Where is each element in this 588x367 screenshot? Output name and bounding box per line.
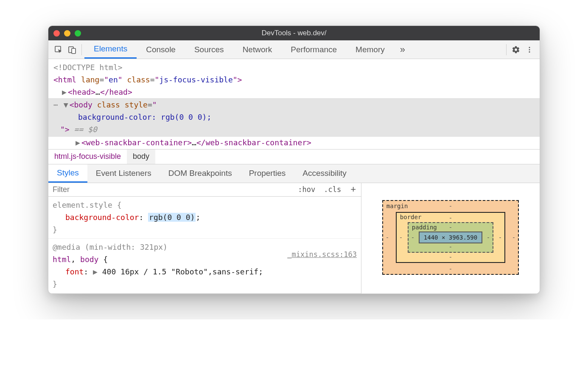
close-window-button[interactable] (53, 30, 60, 37)
subtab-properties[interactable]: Properties (241, 164, 294, 183)
main-toolbar: Elements Console Sources Network Perform… (48, 40, 540, 59)
window-title: DevTools - web.dev/ (48, 29, 540, 37)
subtab-styles[interactable]: Styles (48, 164, 87, 183)
box-model[interactable]: margin - - - - border - - - - padding - (361, 183, 540, 294)
hov-toggle[interactable]: :hov (294, 185, 319, 194)
panel-tabs: Elements Console Sources Network Perform… (84, 40, 394, 59)
rule-media[interactable]: @media (min-width: 321px) html, body { _… (48, 239, 361, 293)
dom-body-selected[interactable]: ⋯ ▼<body class style=" background-color:… (48, 98, 540, 136)
dom-doctype[interactable]: <!DOCTYPE html> (48, 62, 540, 74)
styles-rules: :hov .cls + element.style { background-c… (48, 183, 361, 294)
toolbar-divider (81, 44, 82, 55)
source-link[interactable]: _mixins.scss:163 (287, 249, 357, 260)
box-model-margin[interactable]: margin - - - - border - - - - padding - (382, 200, 519, 275)
dom-html-open[interactable]: <html lang="en" class="js-focus-visible"… (48, 74, 540, 86)
box-model-padding[interactable]: padding - - - - 1440 × 3963.590 (408, 222, 493, 253)
rule-element-style[interactable]: element.style { background-color: rgb(0 … (48, 197, 361, 239)
styles-panel: :hov .cls + element.style { background-c… (48, 183, 540, 294)
devtools-window: DevTools - web.dev/ Elements Console Sou… (48, 25, 540, 294)
styles-filter-input[interactable] (48, 185, 294, 194)
titlebar: DevTools - web.dev/ (48, 26, 540, 40)
inspect-icon[interactable] (52, 43, 65, 56)
tab-console[interactable]: Console (137, 40, 185, 59)
tabs-overflow-button[interactable]: » (394, 44, 411, 55)
sidebar-tabs: Styles Event Listeners DOM Breakpoints P… (48, 164, 540, 183)
new-rule-button[interactable]: + (345, 184, 361, 195)
gear-icon[interactable] (509, 43, 523, 56)
box-model-content[interactable]: 1440 × 3963.590 (419, 231, 482, 243)
toolbar-divider (506, 44, 507, 55)
filter-row: :hov .cls + (48, 183, 361, 197)
tab-performance[interactable]: Performance (281, 40, 346, 59)
svg-point-5 (529, 51, 530, 52)
style-prop: background-color: rgb(0 0 0); (78, 113, 211, 121)
crumb-body[interactable]: body (127, 150, 155, 164)
kebab-menu-icon[interactable] (523, 43, 536, 56)
tab-network[interactable]: Network (233, 40, 282, 59)
color-value[interactable]: rgb(0 0 0) (148, 213, 196, 222)
breadcrumb: html.js-focus-visible body (48, 149, 540, 164)
dom-head[interactable]: ▶<head>…</head> (48, 86, 540, 99)
svg-point-3 (529, 47, 530, 48)
traffic-lights (53, 30, 81, 37)
dom-tree[interactable]: <!DOCTYPE html> <html lang="en" class="j… (48, 59, 540, 149)
crumb-html[interactable]: html.js-focus-visible (48, 150, 127, 164)
subtab-accessibility[interactable]: Accessibility (294, 164, 355, 183)
maximize-window-button[interactable] (75, 30, 81, 37)
subtab-event-listeners[interactable]: Event Listeners (87, 164, 160, 183)
minimize-window-button[interactable] (64, 30, 70, 37)
box-model-border[interactable]: border - - - - padding - - - - 1440 × 39… (396, 212, 505, 263)
tab-memory[interactable]: Memory (346, 40, 394, 59)
subtab-dom-breakpoints[interactable]: DOM Breakpoints (160, 164, 241, 183)
tab-elements[interactable]: Elements (84, 40, 137, 59)
svg-point-4 (529, 49, 530, 50)
tab-sources[interactable]: Sources (185, 40, 233, 59)
device-toggle-icon[interactable] (65, 43, 79, 56)
svg-rect-2 (72, 48, 76, 54)
dom-child-snackbar[interactable]: ▶<web-snackbar-container>…</web-snackbar… (48, 137, 540, 149)
cls-toggle[interactable]: .cls (319, 185, 345, 194)
